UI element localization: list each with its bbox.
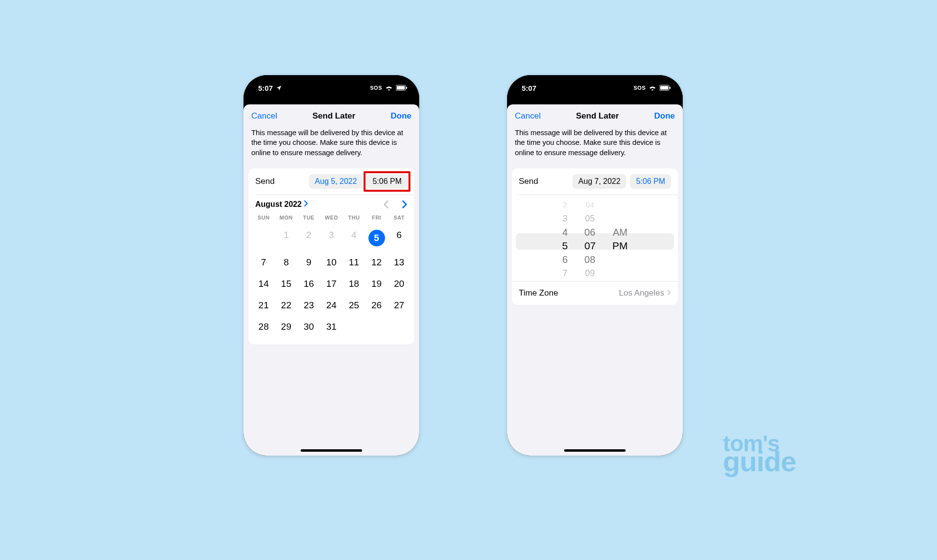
calendar-day[interactable]: 15	[275, 273, 297, 295]
picker-value: 2	[563, 200, 567, 210]
sheet-title: Send Later	[576, 111, 619, 121]
send-later-sheet: Cancel Send Later Done This message will…	[507, 104, 683, 456]
sos-label: SOS	[370, 85, 382, 91]
phone-right: 5:07 SOS Cancel Send Later Done This mes…	[507, 75, 683, 456]
calendar-day[interactable]: 18	[343, 273, 365, 295]
status-bar: 5:07 SOS	[244, 75, 419, 100]
prev-month-button[interactable]	[383, 200, 389, 209]
svg-rect-2	[406, 87, 407, 89]
calendar-header: August 2022	[248, 195, 414, 212]
calendar-dow: WED	[320, 212, 343, 224]
status-time: 5:07	[522, 84, 536, 92]
calendar-dow: FRI	[365, 212, 387, 224]
sheet-title: Send Later	[312, 111, 355, 121]
date-chip[interactable]: Aug 5, 2022	[309, 174, 363, 189]
month-label: August 2022	[255, 200, 302, 209]
schedule-card: Send Aug 5, 2022 5:06 PM August 2022	[248, 168, 414, 344]
time-chip[interactable]: 5:06 PM	[367, 174, 407, 189]
month-picker[interactable]: August 2022	[255, 200, 308, 209]
timezone-value: Los Angeles	[619, 288, 664, 298]
calendar-day[interactable]: 11	[343, 252, 365, 273]
calendar-day[interactable]: 16	[298, 273, 320, 295]
calendar-day[interactable]: 31	[320, 316, 343, 338]
sheet-description: This message will be delivered by this d…	[507, 126, 683, 164]
calendar-day[interactable]: 26	[365, 295, 387, 316]
home-indicator[interactable]	[301, 449, 362, 452]
calendar-day[interactable]: 12	[365, 252, 387, 273]
picker-value: 6	[562, 253, 568, 266]
send-label: Send	[519, 177, 538, 186]
timezone-row[interactable]: Time Zone Los Angeles	[512, 281, 678, 305]
picker-value: 06	[585, 225, 595, 239]
calendar-day[interactable]: 22	[275, 295, 297, 316]
calendar-day[interactable]: 14	[252, 273, 275, 295]
home-indicator[interactable]	[564, 449, 626, 452]
calendar-day[interactable]: 25	[343, 295, 365, 316]
picker-ampm-column[interactable]: AMPM	[612, 198, 628, 281]
calendar-day	[388, 316, 410, 338]
calendar-dow: SAT	[388, 212, 410, 224]
nav-bar: Cancel Send Later Done	[244, 104, 419, 126]
phone-left: 5:07 SOS Cancel Send Later Done	[244, 75, 419, 456]
sos-label: SOS	[633, 85, 646, 91]
time-picker[interactable]: 2345678 04050607080910 AMPM	[512, 195, 678, 281]
send-later-sheet: Cancel Send Later Done This message will…	[244, 104, 419, 456]
calendar-day[interactable]: 1	[275, 224, 297, 252]
calendar-dow: MON	[275, 212, 297, 224]
calendar-day[interactable]: 17	[320, 273, 343, 295]
picker-value: 3	[563, 213, 568, 224]
calendar-day[interactable]: 5	[365, 224, 387, 252]
calendar-day	[343, 316, 365, 338]
picker-value: 08	[585, 253, 595, 266]
calendar-day[interactable]: 9	[298, 252, 320, 273]
calendar-day[interactable]: 30	[298, 316, 320, 338]
battery-icon	[659, 85, 671, 91]
calendar-day[interactable]: 21	[252, 295, 275, 316]
svg-rect-4	[660, 86, 669, 89]
sheet-description: This message will be delivered by this d…	[244, 126, 419, 164]
calendar-day[interactable]: 29	[275, 316, 297, 338]
picker-value: 7	[563, 267, 568, 279]
calendar-day	[365, 316, 387, 338]
done-button[interactable]: Done	[391, 111, 412, 121]
status-bar: 5:07 SOS	[507, 75, 683, 100]
picker-hours-column[interactable]: 2345678	[562, 198, 568, 281]
svg-rect-1	[397, 86, 405, 89]
picker-value: PM	[612, 239, 628, 253]
chevron-right-icon	[667, 288, 671, 298]
picker-value: 05	[585, 213, 595, 224]
date-chip[interactable]: Aug 7, 2022	[572, 174, 626, 189]
calendar-day[interactable]: 7	[252, 252, 275, 273]
calendar-grid: SUNMONTUEWEDTHUFRISAT 123456789101112131…	[248, 212, 414, 344]
wifi-icon	[385, 85, 393, 91]
nav-bar: Cancel Send Later Done	[507, 104, 683, 126]
wifi-icon	[649, 85, 656, 91]
cancel-button[interactable]: Cancel	[515, 111, 541, 121]
calendar-day[interactable]: 10	[320, 252, 343, 273]
picker-minutes-column[interactable]: 04050607080910	[584, 198, 595, 281]
time-chip[interactable]: 5:06 PM	[630, 174, 671, 189]
done-button[interactable]: Done	[654, 111, 675, 121]
calendar-day[interactable]: 6	[388, 224, 410, 252]
next-month-button[interactable]	[402, 200, 407, 209]
calendar-day[interactable]: 20	[388, 273, 410, 295]
calendar-day[interactable]: 13	[388, 252, 410, 273]
calendar-day[interactable]: 4	[343, 224, 365, 252]
cancel-button[interactable]: Cancel	[251, 111, 277, 121]
calendar-day[interactable]: 28	[252, 316, 275, 338]
send-row: Send Aug 5, 2022 5:06 PM	[248, 168, 414, 195]
picker-value: AM	[613, 225, 628, 239]
calendar-day[interactable]: 23	[298, 295, 320, 316]
location-icon	[276, 85, 282, 91]
calendar-day[interactable]: 27	[388, 295, 410, 316]
calendar-day[interactable]: 24	[320, 295, 343, 316]
picker-value: 04	[586, 200, 594, 210]
calendar-day[interactable]: 19	[365, 273, 387, 295]
calendar-day[interactable]: 2	[298, 224, 320, 252]
picker-value: 09	[585, 267, 595, 279]
picker-value: 07	[584, 239, 595, 253]
calendar-day[interactable]: 3	[320, 224, 343, 252]
battery-icon	[396, 85, 407, 91]
calendar-day[interactable]: 8	[275, 252, 297, 273]
calendar-dow: TUE	[298, 212, 320, 224]
